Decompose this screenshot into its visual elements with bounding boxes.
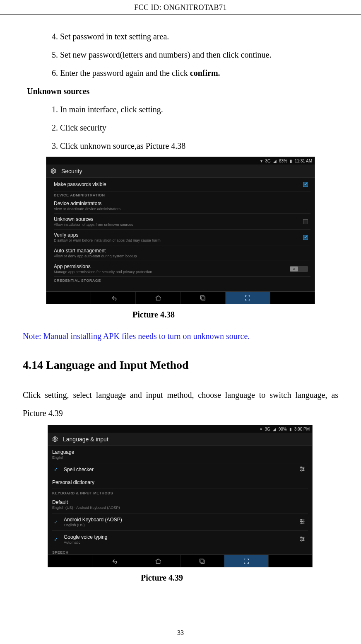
nav-back-button[interactable] [91, 292, 135, 304]
row-title: Auto-start management [54, 248, 310, 254]
row-title: Language [52, 449, 74, 455]
svg-rect-13 [200, 559, 203, 562]
row-language[interactable]: Language English [52, 446, 308, 463]
network-label: 3G [265, 159, 270, 163]
caption-picture-438: Picture 4.38 [23, 310, 338, 320]
section-heading: 4.14 Language and Input Method [23, 358, 338, 372]
nav-bar [46, 291, 315, 304]
svg-point-9 [301, 523, 302, 524]
row-title: Android Keyboard (AOSP) [64, 517, 122, 523]
app-bar-title: Language & input [63, 436, 108, 443]
svg-point-0 [53, 170, 54, 172]
row-android-keyboard[interactable]: ✓ Android Keyboard (AOSP) English (US) [52, 513, 308, 531]
step-6: 6. Enter the password again and the clic… [23, 64, 338, 82]
page-number: 33 [0, 629, 361, 637]
battery-label: 90% [279, 427, 287, 431]
check-icon: ✓ [54, 519, 60, 525]
page-header: FCC ID: ONGNITROTAB71 [0, 0, 361, 15]
category-label: KEYBOARD & INPUT METHODS [52, 491, 113, 495]
nav-recent-button[interactable] [180, 292, 225, 304]
screenshot-security: ▾ 3G ◢ 63% ▮ 11:31 AM Security Make pass… [46, 157, 315, 304]
row-app-permissions[interactable]: App permissions Manage app permissions f… [54, 261, 310, 277]
signal-icon: ◢ [273, 427, 276, 431]
row-google-voice[interactable]: ✓ Google voice typing Automatic [52, 531, 308, 548]
svg-point-10 [301, 537, 302, 538]
sliders-icon[interactable] [299, 466, 306, 474]
battery-icon: ▮ [289, 427, 292, 431]
category-label: SPEECH [52, 550, 68, 554]
svg-point-5 [303, 468, 304, 470]
wifi-icon: ▾ [260, 159, 262, 163]
security-list: Make passwords visible DEVICE ADMINISTRA… [46, 178, 315, 291]
row-auto-start[interactable]: Auto-start management Allow or deny app … [54, 245, 310, 261]
step-6-text: 6. Enter the password again and the clic… [52, 68, 190, 77]
row-verify-apps[interactable]: Verify apps Disallow or warn before inst… [54, 230, 310, 245]
row-subtitle: Manage app permissions for security and … [54, 270, 310, 274]
svg-point-3 [54, 438, 56, 440]
nav-home-button[interactable] [135, 292, 180, 304]
svg-rect-14 [201, 560, 205, 563]
clock-label: 11:31 AM [295, 159, 312, 163]
nav-screenshot-button[interactable] [224, 555, 268, 567]
nav-empty-left [46, 292, 91, 304]
app-bar: Security [46, 165, 315, 178]
step-4: 4. Set password in text setting area. [23, 27, 338, 46]
row-device-administrators[interactable]: Device administrators View or deactivate… [54, 198, 310, 214]
svg-point-7 [301, 519, 302, 521]
battery-icon: ▮ [290, 159, 292, 163]
row-title: Verify apps [54, 232, 310, 238]
row-title: Personal dictionary [52, 479, 94, 485]
row-default[interactable]: Default English (US) - Android Keyboard … [52, 496, 308, 513]
sliders-icon[interactable] [299, 535, 306, 543]
unknown-sources-heading: Unknown sources [23, 82, 338, 100]
row-title: Make passwords visible [54, 180, 310, 189]
step-5: 5. Set new password(letters and numbers)… [23, 46, 338, 64]
row-cat-device-admin: DEVICE ADMINISTRATION [54, 191, 310, 198]
status-bar: ▾ 3G ◢ 90% ▮ 3:00 PM [48, 425, 312, 433]
check-icon: ✓ [54, 467, 60, 472]
step-6-bold: confirm. [190, 68, 220, 77]
signal-icon: ◢ [273, 159, 277, 163]
unknown-step-3: 3. Click unknown source,as Picture 4.38 [23, 137, 338, 155]
category-label: DEVICE ADMINISTRATION [54, 193, 310, 197]
checkbox-icon[interactable] [303, 235, 308, 240]
svg-point-4 [301, 467, 302, 468]
note-text: Note: Manual installing APK files needs … [23, 327, 338, 345]
nav-recent-button[interactable] [180, 555, 224, 567]
row-title: Google voice typing [64, 534, 107, 540]
nav-home-button[interactable] [136, 555, 180, 567]
row-title: Device administrators [54, 201, 310, 206]
clock-label: 3:00 PM [294, 427, 310, 431]
sliders-icon[interactable] [299, 518, 306, 526]
svg-point-12 [301, 540, 302, 541]
row-spell-checker[interactable]: ✓ Spell checker [52, 463, 308, 476]
checkbox-icon[interactable] [303, 219, 308, 224]
app-bar: Language & input [48, 433, 312, 446]
nav-empty-right [270, 292, 315, 304]
language-list: Language English ✓ Spell checker Persona… [48, 446, 312, 554]
screenshot-language: ▾ 3G ◢ 90% ▮ 3:00 PM Language & input La… [48, 425, 313, 567]
category-label: CREDENTIAL STORAGE [54, 278, 310, 283]
row-personal-dictionary[interactable]: Personal dictionary [52, 476, 308, 489]
gear-icon [51, 436, 59, 443]
row-cat-credential: CREDENTIAL STORAGE [54, 277, 310, 283]
network-label: 3G [265, 427, 270, 431]
toggle-switch[interactable]: O [290, 266, 308, 272]
row-make-passwords-visible[interactable]: Make passwords visible [54, 178, 310, 191]
row-subtitle: English [52, 455, 74, 460]
checkbox-icon[interactable] [303, 182, 308, 187]
nav-screenshot-button[interactable] [225, 292, 270, 304]
gear-icon [50, 167, 57, 175]
nav-bar [48, 554, 312, 567]
nav-back-button[interactable] [92, 555, 136, 567]
row-subtitle: Disallow or warn before installation of … [54, 238, 310, 242]
row-subtitle: English (US) [64, 523, 122, 527]
row-unknown-sources[interactable]: Unknown sources Allow installation of ap… [54, 214, 310, 230]
row-title: App permissions [54, 264, 310, 269]
unknown-step-2: 2. Click security [23, 119, 338, 137]
svg-point-8 [303, 521, 304, 522]
row-cat-keyboard: KEYBOARD & INPUT METHODS [52, 489, 308, 496]
battery-label: 63% [279, 159, 287, 163]
nav-empty-left [48, 555, 92, 567]
svg-point-11 [303, 538, 304, 540]
